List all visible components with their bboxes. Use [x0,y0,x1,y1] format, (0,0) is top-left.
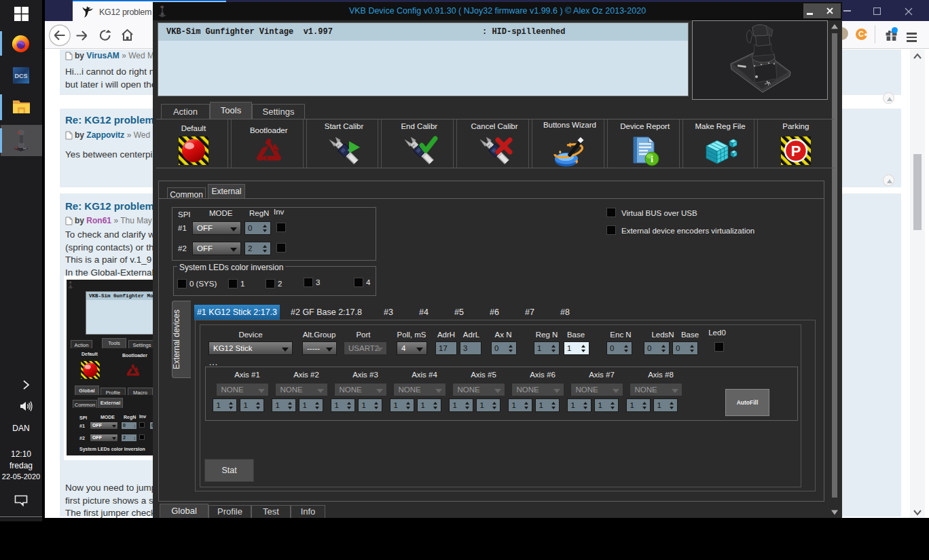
svg-text:i: i [651,154,653,164]
svg-text:DCS: DCS [14,73,27,79]
svg-text:P: P [790,143,801,160]
